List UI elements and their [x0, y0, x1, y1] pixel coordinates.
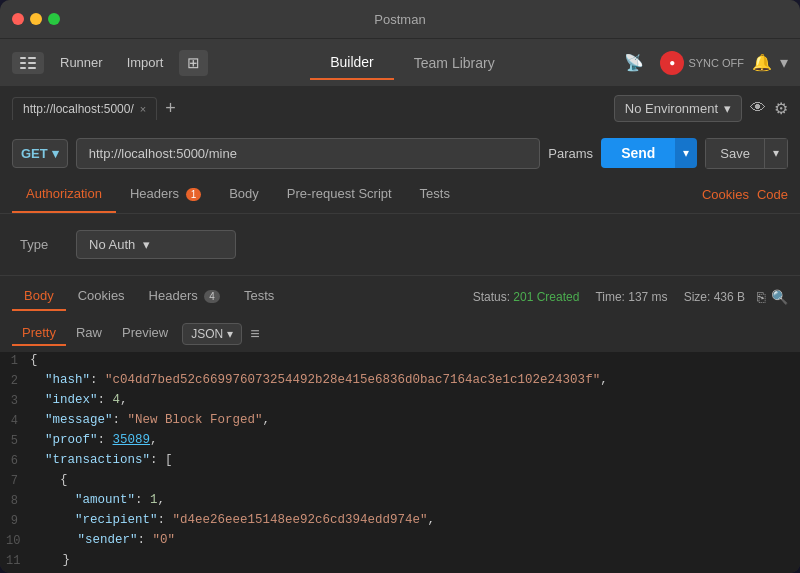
format-value: JSON	[191, 327, 223, 341]
method-selector[interactable]: GET ▾	[12, 139, 68, 168]
nav-bar: Runner Import ⊞ Builder Team Library 📡 ●…	[0, 38, 800, 86]
tab-tests[interactable]: Tests	[406, 176, 464, 213]
new-tab-button[interactable]: ⊞	[179, 50, 208, 76]
environment-selector[interactable]: No Environment ▾	[614, 95, 742, 122]
send-dropdown[interactable]: ▾	[675, 138, 697, 168]
req-tabs-right: Cookies Code	[702, 187, 788, 202]
response-actions: ⎘ 🔍	[757, 289, 788, 305]
url-tab-close[interactable]: ×	[140, 103, 146, 115]
notification-bell[interactable]: 🔔	[752, 53, 772, 72]
import-button[interactable]: Import	[119, 51, 172, 74]
response-header: Body Cookies Headers 4 Tests Status: 201…	[0, 276, 800, 317]
request-tabs: Authorization Headers 1 Body Pre-request…	[0, 176, 800, 214]
save-group: Save ▾	[705, 138, 788, 169]
raw-button[interactable]: Raw	[66, 321, 112, 346]
resp-tab-cookies[interactable]: Cookies	[66, 282, 137, 311]
json-line-11: 11 }	[0, 552, 800, 572]
auth-section: Type No Auth ▾	[0, 214, 800, 275]
response-section: Body Cookies Headers 4 Tests Status: 201…	[0, 276, 800, 573]
time-label: Time: 137 ms	[595, 290, 667, 304]
json-line-1: 1 {	[0, 352, 800, 372]
json-line-2: 2 "hash": "c04dd7bed52c669976073254492b2…	[0, 372, 800, 392]
tab-team-library[interactable]: Team Library	[394, 46, 515, 80]
resp-headers-badge: 4	[204, 290, 220, 303]
json-line-10: 10 "sender": "0"	[0, 532, 800, 552]
environment-label: No Environment	[625, 101, 718, 116]
format-selector[interactable]: JSON ▾	[182, 323, 242, 345]
tab-body[interactable]: Body	[215, 176, 273, 213]
save-dropdown[interactable]: ▾	[765, 138, 788, 169]
svg-rect-4	[28, 62, 36, 64]
method-chevron: ▾	[52, 146, 59, 161]
app-window: Postman Runner Import ⊞ Builder Team Lib…	[0, 0, 800, 573]
minimize-button[interactable]	[30, 13, 42, 25]
close-button[interactable]	[12, 13, 24, 25]
url-input[interactable]	[76, 138, 541, 169]
json-line-7: 7 {	[0, 472, 800, 492]
pretty-button[interactable]: Pretty	[12, 321, 66, 346]
resp-tab-tests[interactable]: Tests	[232, 282, 286, 311]
json-line-4: 4 "message": "New Block Forged",	[0, 412, 800, 432]
params-button[interactable]: Params	[548, 146, 593, 161]
tab-authorization[interactable]: Authorization	[12, 176, 116, 213]
search-response-button[interactable]: 🔍	[771, 289, 788, 305]
runner-button[interactable]: Runner	[52, 51, 111, 74]
url-tab[interactable]: http://localhost:5000/ ×	[12, 97, 157, 120]
response-tabs: Body Cookies Headers 4 Tests	[12, 282, 286, 311]
svg-rect-1	[20, 62, 26, 64]
svg-rect-5	[28, 67, 36, 69]
auth-type-chevron: ▾	[143, 237, 150, 252]
svg-rect-2	[20, 67, 26, 69]
size-label: Size: 436 B	[684, 290, 745, 304]
resp-tab-body[interactable]: Body	[12, 282, 66, 311]
save-button[interactable]: Save	[705, 138, 765, 169]
request-bar: GET ▾ Params Send ▾ Save ▾	[0, 130, 800, 176]
code-link[interactable]: Code	[757, 187, 788, 202]
wifi-icon-button[interactable]: 📡	[616, 49, 652, 76]
title-bar: Postman	[0, 0, 800, 38]
sidebar-toggle-button[interactable]	[12, 52, 44, 74]
method-label: GET	[21, 146, 48, 161]
status-code: 201 Created	[513, 290, 579, 304]
maximize-button[interactable]	[48, 13, 60, 25]
copy-response-button[interactable]: ⎘	[757, 289, 765, 305]
tab-headers[interactable]: Headers 1	[116, 176, 215, 213]
eye-button[interactable]: 👁	[750, 99, 766, 117]
auth-type-value: No Auth	[89, 237, 135, 252]
status-label: Status: 201 Created	[473, 290, 580, 304]
new-request-button[interactable]: +	[165, 98, 176, 119]
sync-label: SYNC OFF	[688, 57, 744, 69]
window-title: Postman	[374, 12, 425, 27]
headers-badge: 1	[186, 188, 202, 201]
json-line-9: 9 "recipient": "d4ee26eee15148ee92c6cd39…	[0, 512, 800, 532]
svg-rect-0	[20, 57, 26, 59]
time-value: 137 ms	[628, 290, 667, 304]
tab-builder[interactable]: Builder	[310, 46, 394, 80]
json-line-3: 3 "index": 4,	[0, 392, 800, 412]
send-button[interactable]: Send	[601, 138, 675, 168]
auth-type-selector[interactable]: No Auth ▾	[76, 230, 236, 259]
resp-tab-headers[interactable]: Headers 4	[137, 282, 232, 311]
nav-right: 📡 ● SYNC OFF 🔔 ▾	[616, 49, 788, 76]
tab-pre-request-script[interactable]: Pre-request Script	[273, 176, 406, 213]
user-menu-chevron[interactable]: ▾	[780, 53, 788, 72]
size-value: 436 B	[714, 290, 745, 304]
format-icon-button[interactable]: ≡	[250, 325, 259, 343]
json-line-6: 6 "transactions": [	[0, 452, 800, 472]
preview-button[interactable]: Preview	[112, 321, 178, 346]
send-group: Send ▾	[601, 138, 697, 168]
environment-chevron: ▾	[724, 101, 731, 116]
cookies-link[interactable]: Cookies	[702, 187, 749, 202]
json-line-5: 5 "proof": 35089,	[0, 432, 800, 452]
format-chevron: ▾	[227, 327, 233, 341]
json-line-8: 8 "amount": 1,	[0, 492, 800, 512]
url-bar: http://localhost:5000/ × + No Environmen…	[0, 86, 800, 130]
nav-tabs: Builder Team Library	[216, 46, 608, 80]
svg-rect-3	[28, 57, 36, 59]
settings-button[interactable]: ⚙	[774, 99, 788, 118]
json-body[interactable]: 1 { 2 "hash": "c04dd7bed52c6699760732544…	[0, 352, 800, 573]
auth-row: Type No Auth ▾	[20, 230, 780, 259]
auth-type-label: Type	[20, 237, 60, 252]
sync-button[interactable]: ● SYNC OFF	[660, 51, 744, 75]
traffic-lights	[12, 13, 60, 25]
